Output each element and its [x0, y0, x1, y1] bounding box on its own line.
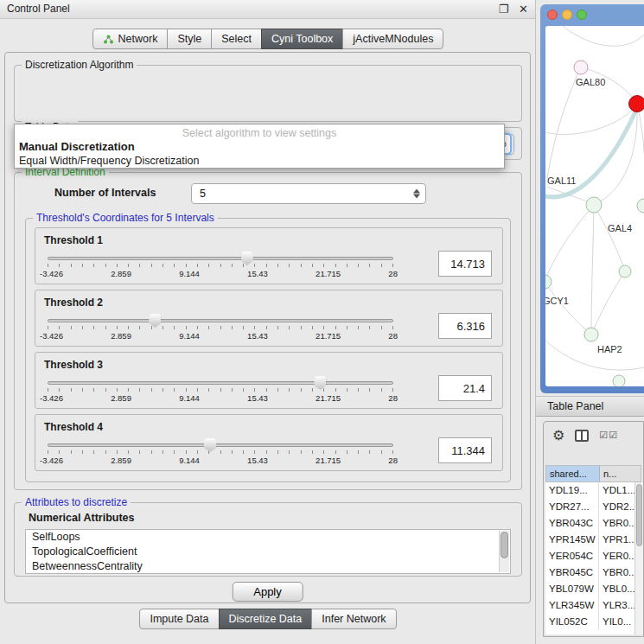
slider-scale-labels: -3.4262.8599.14415.4321.71528 [40, 331, 398, 341]
table-row[interactable]: YBR045CYBR0... [545, 564, 641, 581]
numerical-attributes-list[interactable]: SelfLoopsTopologicalCoefficientBetweenne… [25, 529, 511, 574]
scale-label: 9.144 [179, 456, 200, 465]
threshold-slider[interactable]: -3.4262.8599.14415.4321.71528 [48, 381, 393, 403]
discretization-algorithm-group: Discretization Algorithm [14, 65, 522, 122]
number-of-intervals-label: Number of Intervals [54, 187, 156, 199]
table-row[interactable]: YDR27...YDR2... [545, 499, 641, 515]
table-header-row: shared... n... [545, 465, 641, 482]
tab-label: Discretize Data [229, 613, 303, 625]
scale-label: 15.43 [247, 456, 268, 465]
network-canvas[interactable]: GAL80 GAL11 GAL4 GCY1 HAP2 [545, 26, 644, 386]
zoom-traffic-light-icon[interactable] [577, 10, 587, 20]
table-row[interactable]: YDL19...YDL1... [545, 482, 641, 499]
panel-title: Control Panel [7, 3, 70, 15]
close-traffic-light-icon[interactable] [547, 10, 558, 20]
cyni-toolbox-panel: Discretization Algorithm Select algorith… [4, 52, 531, 603]
minimize-traffic-light-icon[interactable] [562, 10, 572, 20]
tab-style[interactable]: Style [167, 29, 212, 49]
table-row[interactable]: YIL052CYIL0... [545, 614, 641, 630]
list-scrollbar[interactable] [499, 531, 509, 572]
table-row[interactable]: YPR145WYPR1... [545, 532, 641, 548]
tab-impute-data[interactable]: Impute Data [139, 609, 219, 629]
table-body[interactable]: YDL19...YDL1...YDR27...YDR2...YBR043CYBR… [545, 482, 641, 634]
threshold-slider[interactable]: -3.4262.8599.14415.4321.71528 [48, 257, 393, 278]
network-icon [103, 35, 114, 44]
number-of-intervals-combobox[interactable]: 5 [191, 183, 426, 204]
threshold-panel: Threshold 2 -3.4262.8599.14415.4321.7152… [35, 290, 503, 347]
table-row[interactable]: YER054CYER0... [545, 548, 641, 564]
threshold-value-field[interactable]: 14.713 [438, 251, 492, 277]
top-tab-bar: Network Style Select Cyni Toolbox jActiv… [0, 29, 536, 49]
slider-track[interactable] [48, 381, 393, 385]
node-label: GAL11 [547, 175, 576, 186]
list-item[interactable]: BetweennessCentrality [26, 559, 510, 574]
scrollbar-thumb[interactable] [636, 484, 642, 546]
node-labels: GAL80 GAL11 GAL4 GCY1 HAP2 [545, 77, 632, 354]
list-item[interactable]: TopologicalCoefficient [26, 545, 510, 559]
attributes-group: Attributes to discretize Numerical Attri… [14, 502, 522, 577]
slider-scale-labels: -3.4262.8599.14415.4321.71528 [40, 456, 398, 465]
bottom-tab-bar: Impute Data Discretize Data Infer Networ… [0, 609, 536, 629]
threshold-slider[interactable]: -3.4262.8599.14415.4321.71528 [48, 319, 393, 341]
threshold-value-field[interactable]: 6.316 [438, 313, 492, 339]
close-icon[interactable]: ✕ [519, 3, 528, 16]
node [586, 197, 602, 213]
group-label: Threshold's Coordinates for 5 Intervals [33, 212, 218, 224]
numerical-attributes-label: Numerical Attributes [29, 512, 134, 524]
tab-label: Impute Data [150, 613, 208, 625]
threshold-value-field[interactable]: 21.4 [438, 375, 492, 401]
threshold-slider[interactable]: -3.4262.8599.14415.4321.71528 [48, 443, 393, 465]
table-row[interactable]: YLR345WYLR3... [545, 597, 641, 614]
threshold-label: Threshold 2 [44, 296, 103, 309]
apply-button[interactable]: Apply [232, 582, 303, 602]
tab-discretize-data[interactable]: Discretize Data [219, 609, 313, 629]
table-row[interactable]: YBL079WYBL0... [545, 581, 641, 597]
tab-label: Select [221, 33, 252, 45]
dropdown-item-equal-width[interactable]: Equal Width/Frequency Discretization [15, 154, 504, 168]
columns-icon[interactable] [575, 430, 589, 442]
scale-label: 28 [388, 269, 398, 278]
tab-network[interactable]: Network [92, 29, 169, 49]
table-scrollbar[interactable] [634, 482, 643, 634]
scale-label: -3.426 [40, 269, 63, 278]
list-item[interactable]: SelfLoops [26, 530, 510, 545]
threshold-value-field[interactable]: 11.344 [438, 437, 492, 463]
scale-label: 21.715 [316, 393, 341, 403]
tab-infer-network[interactable]: Infer Network [311, 609, 396, 629]
threshold-label: Threshold 3 [44, 359, 103, 371]
tab-select[interactable]: Select [211, 29, 262, 49]
tab-label: Cyni Toolbox [271, 33, 333, 45]
scale-label: 28 [388, 393, 398, 403]
group-label: Attributes to discretize [22, 496, 131, 508]
combobox-value: 5 [200, 188, 206, 200]
threshold-panel: Threshold 3 -3.4262.8599.14415.4321.7152… [35, 352, 503, 409]
threshold-panel: Threshold 4 -3.4262.8599.14415.4321.7152… [35, 414, 503, 471]
slider-track[interactable] [48, 319, 393, 322]
node [637, 199, 644, 213]
slider-track[interactable] [48, 443, 393, 447]
scale-label: 21.715 [316, 269, 341, 278]
float-window-icon[interactable]: ❐ [499, 3, 509, 16]
node [619, 265, 631, 277]
node [584, 328, 598, 341]
selected-node [629, 96, 644, 112]
dropdown-placeholder-item[interactable]: Select algorithm to view settings [15, 124, 504, 140]
table-cell: YDR27... [545, 499, 599, 515]
scale-label: 2.859 [111, 456, 131, 465]
slider-track[interactable] [48, 257, 393, 260]
node-label: HAP2 [597, 344, 622, 354]
dropdown-item-manual-discretization[interactable]: Manual Discretization [15, 140, 504, 154]
table-cell: YBR045C [545, 564, 599, 581]
select-columns-icons[interactable]: ☑☑ [599, 430, 618, 441]
column-header-shared-name[interactable]: shared... [546, 466, 600, 481]
slider-ticks [48, 450, 393, 454]
gear-icon[interactable]: ⚙ [552, 428, 564, 443]
column-header-name[interactable]: n... [600, 466, 641, 481]
table-row[interactable]: YBR043CYBR0... [545, 515, 641, 532]
scrollbar-thumb[interactable] [501, 532, 508, 558]
tab-cyni-toolbox[interactable]: Cyni Toolbox [261, 29, 343, 49]
control-panel: Control Panel ❐ ✕ Network Style Select C… [0, 0, 536, 644]
scale-label: 21.715 [316, 456, 341, 465]
scale-label: 2.859 [111, 393, 131, 403]
tab-jactivemnodules[interactable]: jActiveMNodules [342, 29, 443, 49]
